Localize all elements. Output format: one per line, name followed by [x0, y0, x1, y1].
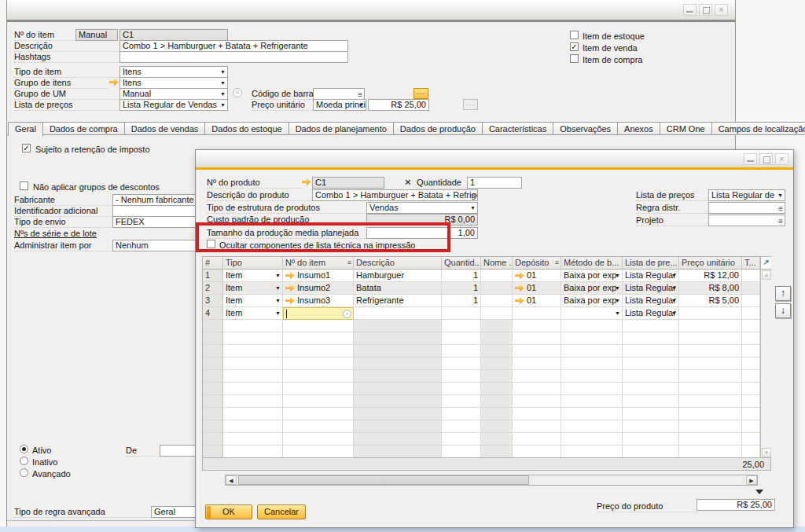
- cell-method[interactable]: [561, 320, 623, 332]
- cell-t[interactable]: [742, 383, 760, 395]
- cell-qty[interactable]: [442, 358, 481, 370]
- cell-nome[interactable]: [481, 270, 513, 282]
- sales-item-checkbox[interactable]: ✓: [570, 42, 579, 51]
- stock-item-checkbox[interactable]: [570, 31, 579, 39]
- grid-horizontal-scrollbar[interactable]: ◀ ∙∙∙ ▶: [225, 475, 758, 486]
- tab-anexos[interactable]: Anexos: [618, 122, 660, 135]
- hashtags-field[interactable]: [119, 51, 348, 63]
- move-row-up-button[interactable]: ↑: [775, 286, 791, 301]
- cell-t[interactable]: [742, 433, 760, 446]
- product-desc-field[interactable]: Combo 1 > Hamburguer + Batata + Refriger…: [312, 189, 478, 201]
- dropdown-arrow-icon[interactable]: ▼: [671, 298, 677, 304]
- dropdown-arrow-icon[interactable]: ▼: [615, 285, 620, 292]
- cell-method[interactable]: [561, 446, 623, 458]
- distr-rule-field[interactable]: ≡: [708, 202, 785, 214]
- menu-icon[interactable]: ≡: [471, 191, 476, 201]
- cell-item[interactable]: [283, 358, 354, 370]
- dialog-price-list-dropdown[interactable]: Lista Regular de▼: [708, 189, 785, 201]
- cell-list[interactable]: [623, 395, 679, 408]
- column-header-price[interactable]: Preço unitário: [679, 257, 742, 270]
- dropdown-arrow-icon[interactable]: ▼: [275, 273, 281, 279]
- link-arrow-icon[interactable]: [285, 297, 295, 304]
- tab-observa-es[interactable]: Observações: [553, 122, 618, 135]
- scroll-up-icon[interactable]: ▲: [762, 270, 771, 280]
- cell-num[interactable]: [203, 408, 223, 420]
- cell-t[interactable]: [742, 345, 760, 358]
- cell-t[interactable]: [742, 270, 760, 282]
- cell-list[interactable]: [623, 370, 679, 383]
- cell-list[interactable]: [623, 358, 679, 370]
- cell-num[interactable]: [203, 370, 223, 383]
- cell-desc[interactable]: [354, 420, 442, 433]
- cell-qty[interactable]: 1: [442, 282, 481, 295]
- cell-num[interactable]: 2: [203, 282, 223, 295]
- link-arrow-icon[interactable]: [285, 272, 295, 279]
- dropdown-arrow-icon[interactable]: ▼: [671, 310, 677, 317]
- cell-item[interactable]: Insumo3: [283, 295, 354, 307]
- cell-tipo[interactable]: [223, 433, 283, 446]
- cell-desc[interactable]: [354, 395, 442, 408]
- cell-t[interactable]: [742, 295, 760, 307]
- cell-dep[interactable]: 01: [513, 270, 561, 282]
- cell-list[interactable]: [623, 408, 679, 420]
- description-field[interactable]: Combo 1 > Hamburguer + Batata + Refriger…: [119, 40, 348, 52]
- cell-price[interactable]: [679, 395, 742, 408]
- scroll-left-icon[interactable]: ◀: [226, 475, 237, 485]
- cell-method[interactable]: Baixa por exp▼: [561, 295, 623, 307]
- cell-price[interactable]: [679, 420, 742, 433]
- cell-qty[interactable]: [442, 420, 481, 433]
- cell-num[interactable]: [203, 320, 223, 332]
- cell-method[interactable]: [561, 408, 623, 420]
- scroll-thumb[interactable]: ∙∙∙: [238, 475, 529, 485]
- cell-tipo[interactable]: [223, 320, 283, 332]
- column-header-item[interactable]: Nº do item≡: [283, 257, 354, 270]
- cell-dep[interactable]: [513, 395, 561, 408]
- cell-desc[interactable]: [354, 345, 442, 358]
- cell-dep[interactable]: [513, 320, 561, 332]
- cell-desc[interactable]: Refrigerante: [354, 295, 442, 307]
- tab-dados-de-planejamento[interactable]: Dados de planejamento: [289, 122, 394, 135]
- column-menu-icon[interactable]: ≡: [347, 258, 351, 268]
- bom-type-dropdown[interactable]: Vendas▼: [366, 202, 478, 214]
- item-no-field[interactable]: C1: [119, 29, 228, 41]
- cell-desc[interactable]: [354, 307, 442, 320]
- cell-tipo[interactable]: Item▼: [223, 295, 283, 307]
- expand-down-icon[interactable]: [755, 490, 763, 494]
- column-header-dep[interactable]: Depósito≡: [513, 257, 561, 270]
- move-row-down-button[interactable]: ↓: [775, 303, 791, 318]
- cell-desc[interactable]: [354, 433, 442, 446]
- cell-t[interactable]: [742, 370, 760, 383]
- cell-method[interactable]: [561, 433, 623, 446]
- cell-desc[interactable]: Batata: [354, 282, 442, 295]
- dropdown-arrow-icon[interactable]: ▼: [615, 273, 620, 279]
- minimize-button[interactable]: [683, 4, 697, 16]
- cell-num[interactable]: 3: [203, 295, 223, 307]
- cell-dep[interactable]: 01: [513, 282, 561, 295]
- cell-dep[interactable]: [513, 358, 561, 370]
- cell-qty[interactable]: [442, 383, 481, 395]
- cell-price[interactable]: R$ 8,00: [679, 282, 742, 295]
- column-header-list[interactable]: Lista de pre...: [623, 257, 679, 270]
- cell-desc[interactable]: Hamburguer: [354, 270, 442, 282]
- cell-qty[interactable]: [442, 345, 481, 358]
- cell-dep[interactable]: [513, 370, 561, 383]
- cell-item[interactable]: [283, 345, 354, 358]
- cell-desc[interactable]: [354, 370, 442, 383]
- cell-tipo[interactable]: Item▼: [223, 307, 283, 320]
- cell-nome[interactable]: [481, 446, 513, 458]
- cell-dep[interactable]: 01: [513, 295, 561, 307]
- cell-desc[interactable]: [354, 446, 442, 458]
- cell-price[interactable]: [679, 370, 742, 383]
- link-arrow-icon[interactable]: [515, 297, 524, 304]
- cell-list[interactable]: [623, 320, 679, 332]
- cell-method[interactable]: [561, 332, 623, 345]
- cell-num[interactable]: 1: [203, 270, 223, 282]
- cell-item[interactable]: [283, 420, 354, 433]
- scroll-right-icon[interactable]: ▶: [746, 475, 757, 485]
- tab-campos-de-localiza-o[interactable]: Campos de localização: [712, 122, 805, 135]
- cancel-button[interactable]: Cancelar: [257, 504, 306, 519]
- cell-tipo[interactable]: Item▼: [223, 282, 283, 295]
- ok-button[interactable]: OK: [205, 504, 252, 519]
- close-button[interactable]: ×: [715, 4, 728, 16]
- withholding-checkbox[interactable]: ✓: [22, 144, 31, 152]
